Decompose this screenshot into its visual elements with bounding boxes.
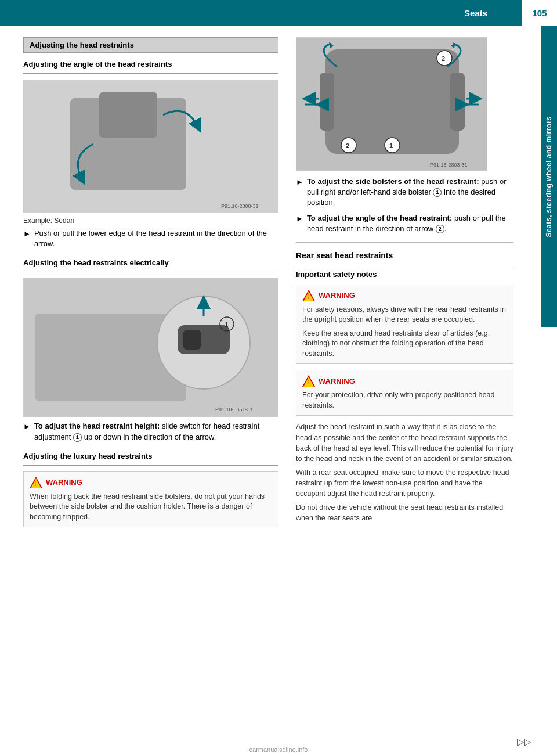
important-safety-notes-label: Important safety notes [296,270,513,279]
luxury-restraint-image: 2 2 1 [296,37,487,171]
page-number: 105 [522,0,557,26]
bullet-arrow-icon-3: ► [296,177,303,208]
body-text-1: Adjust the head restraint in such a way … [296,422,513,464]
warning-label-luxury: WARNING [46,478,82,487]
bullet-arrow-icon-1: ► [23,229,31,249]
divider-1 [23,73,278,74]
subsection-title-1: Adjusting the angle of the head restrain… [23,60,278,69]
subsection-title-3: Adjusting the luxury head restraints [23,452,278,460]
warning-header-rear-2: ! WARNING [302,375,507,387]
svg-rect-8 [183,330,201,350]
warning-text-rear-1a: For safety reasons, always drive with th… [302,305,507,325]
rear-seat-title: Rear seat head restraints [296,251,513,260]
body-text-3: Do not drive the vehicle without the sea… [296,502,513,523]
warning-icon-rear-2: ! [302,375,315,387]
svg-rect-15 [450,73,465,131]
bullet-arrow-icon-2: ► [23,422,31,442]
svg-text:1: 1 [389,142,393,149]
rear-seat-divider [296,242,513,243]
chapter-side-tab: Seats, steering wheel and mirrors [541,26,557,327]
warning-box-luxury: ! WARNING When folding back the head res… [23,471,278,528]
header-section-title: Seats [464,8,522,18]
bullet-item-2: ► To adjust the head restraint height: s… [23,421,278,442]
warning-text-luxury: When folding back the head restraint sid… [30,492,272,523]
subsection-title-2: Adjusting the head restraints electrical… [23,258,278,267]
page-header: Seats 105 [0,0,557,26]
bullet-angle: ► To adjust the angle of the head restra… [296,213,513,234]
bullet-text-1: Push or pull the lower edge of the head … [34,228,278,249]
head-restraint-electric-image: 1 P91.10-3651-31 [23,278,278,417]
watermark: carmanualsoline.info [249,746,308,753]
warning-label-rear-2: WARNING [319,377,355,386]
bullet-item-1: ► Push or pull the lower edge of the hea… [23,228,278,249]
warning-header-rear-1: ! WARNING [302,290,507,301]
svg-text:P91.16-2808-31: P91.16-2808-31 [221,203,259,209]
warning-box-rear-2: ! WARNING For your protection, drive onl… [296,370,513,416]
svg-rect-14 [320,73,334,131]
section-header: Adjusting the head restraints [23,37,278,53]
rear-seat-divider-2 [296,265,513,265]
warning-text-rear-1b: Keep the area around head restraints cle… [302,329,507,359]
divider-3 [23,465,278,466]
warning-box-rear-1: ! WARNING For safety reasons, always dri… [296,285,513,365]
svg-text:2: 2 [346,142,349,149]
image-caption-1: Example: Sedan [23,217,278,225]
svg-text:1: 1 [225,321,228,328]
footer-arrows: ▷▷ [517,736,531,747]
svg-text:P91.16-2803-31: P91.16-2803-31 [430,162,468,168]
svg-text:P91.10-3651-31: P91.10-3651-31 [215,406,253,412]
bullet-text-4: To adjust the angle of the head restrain… [307,213,513,234]
bullet-side-bolsters: ► To adjust the side bolsters of the hea… [296,177,513,208]
warning-text-rear-2a: For your protection, drive only with pro… [302,390,507,411]
head-restraint-angle-image: P91.16-2808-31 [23,80,278,213]
bullet-arrow-icon-4: ► [296,214,303,234]
left-column: Adjusting the head restraints Adjusting … [23,37,278,533]
divider-2 [23,272,278,272]
bullet-text-3: To adjust the side bolsters of the head … [307,177,513,208]
warning-label-rear-1: WARNING [319,291,355,300]
svg-rect-2 [99,92,157,138]
main-content: Adjusting the head restraints Adjusting … [0,26,557,545]
body-text-2: With a rear seat occupied, make sure to … [296,467,513,499]
bullet-text-2: To adjust the head restraint height: sli… [34,421,278,442]
page-footer: ▷▷ [517,736,531,747]
right-column: 2 2 1 [296,37,534,533]
svg-text:2: 2 [442,55,445,62]
warning-icon-rear-1: ! [302,290,315,301]
warning-header-luxury: ! WARNING [30,477,272,488]
side-tab-label: Seats, steering wheel and mirrors [545,116,553,237]
warning-icon-luxury: ! [30,477,42,488]
